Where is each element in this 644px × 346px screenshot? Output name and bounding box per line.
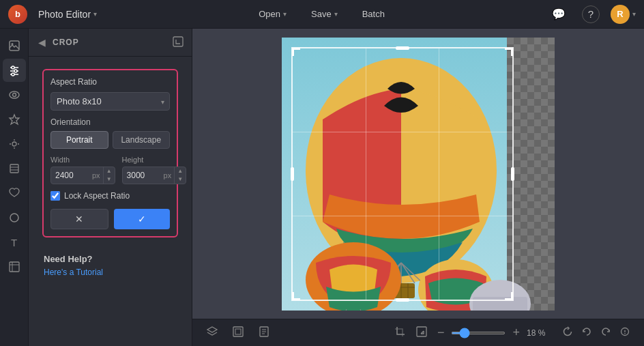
cancel-button[interactable]: ✕: [50, 209, 108, 229]
main-area: T ◀ CROP Aspect Ratio Photo 8x10 Square …: [0, 29, 644, 346]
landscape-button[interactable]: Landscape: [113, 131, 171, 149]
height-up-button[interactable]: ▲: [175, 167, 186, 175]
svg-point-57: [624, 333, 626, 334]
lock-label: Lock Aspect Ratio: [64, 191, 130, 201]
svg-point-5: [14, 70, 17, 72]
sidebar-effects-tool[interactable]: [3, 132, 26, 156]
open-button[interactable]: Open ▾: [252, 6, 293, 22]
svg-rect-23: [173, 37, 183, 46]
layers-button[interactable]: [203, 323, 221, 343]
bottombar: − + 18 %: [192, 319, 644, 346]
width-unit: px: [92, 171, 103, 179]
lock-checkbox[interactable]: [50, 191, 60, 201]
zoom-in-button[interactable]: +: [510, 324, 523, 341]
action-buttons: ✕ ✓: [50, 209, 170, 229]
sidebar-layers-tool[interactable]: [3, 157, 26, 180]
sidebar-shapes-tool[interactable]: [3, 206, 26, 229]
width-down-button[interactable]: ▼: [104, 175, 115, 184]
svg-rect-49: [235, 329, 241, 334]
help-button[interactable]: ?: [582, 5, 600, 23]
app-name[interactable]: Photo Editor ▾: [38, 9, 97, 20]
sidebar-favorites-tool[interactable]: [3, 182, 26, 205]
svg-point-8: [10, 91, 19, 98]
panel-header: ◀ CROP: [29, 29, 192, 57]
svg-rect-16: [10, 164, 18, 173]
orientation-buttons: Portrait Landscape: [50, 131, 170, 149]
zoom-out-button[interactable]: −: [435, 324, 448, 341]
svg-rect-20: [10, 262, 19, 272]
resize-button[interactable]: [413, 323, 430, 343]
svg-marker-10: [10, 115, 19, 124]
svg-point-9: [12, 93, 16, 97]
sidebar-edit-tool[interactable]: [3, 255, 26, 278]
save-button[interactable]: Save ▾: [304, 6, 345, 22]
width-input[interactable]: [51, 168, 92, 183]
avatar: R: [611, 5, 630, 24]
sidebar-text-tool[interactable]: T: [3, 231, 26, 254]
width-group: Width px ▲ ▼: [50, 156, 115, 184]
more-button[interactable]: [617, 323, 633, 342]
height-input-wrap: px ▲ ▼: [122, 167, 187, 184]
zoom-value: 18 %: [527, 328, 551, 338]
crop-tool-button[interactable]: [391, 323, 409, 343]
topbar: b Photo Editor ▾ Open ▾ Save ▾ Batch 💬 ?…: [0, 0, 644, 29]
help-section: Need Help? Here's a Tutorial: [35, 244, 185, 287]
comment-button[interactable]: 💬: [546, 5, 571, 23]
aspect-ratio-label: Aspect Ratio: [50, 77, 170, 87]
portrait-button[interactable]: Portrait: [50, 131, 108, 149]
sidebar-view-tool[interactable]: [3, 83, 26, 106]
width-label: Width: [50, 156, 115, 164]
zoom-controls: − + 18 %: [391, 323, 551, 343]
svg-point-11: [12, 142, 16, 146]
height-input[interactable]: [123, 168, 164, 183]
redo-button[interactable]: [598, 323, 614, 342]
batch-button[interactable]: Batch: [355, 6, 392, 22]
canvas-area: − + 18 %: [192, 29, 644, 346]
undo-button[interactable]: [579, 323, 595, 342]
width-stepper: ▲ ▼: [103, 167, 115, 184]
width-input-wrap: px ▲ ▼: [50, 167, 115, 184]
dimensions-row: Width px ▲ ▼ Height: [50, 156, 170, 184]
height-stepper: ▲ ▼: [174, 167, 186, 184]
height-label: Height: [122, 156, 187, 164]
width-up-button[interactable]: ▲: [104, 167, 115, 175]
history-buttons: [559, 323, 633, 342]
sidebar-image-tool[interactable]: [3, 34, 26, 57]
orientation-label: Orientation: [50, 117, 170, 127]
help-title: Need Help?: [44, 254, 177, 264]
panel-title: CROP: [53, 38, 167, 47]
tutorial-link[interactable]: Here's a Tutorial: [44, 268, 103, 277]
svg-rect-47: [473, 297, 527, 311]
panel-back-button[interactable]: ◀: [37, 35, 47, 49]
aspect-ratio-select-wrap: Photo 8x10 Square 1x1 4x3 16x9 Custom ▾: [50, 92, 170, 111]
svg-rect-48: [233, 327, 243, 336]
side-panel: ◀ CROP Aspect Ratio Photo 8x10 Square 1x…: [29, 29, 192, 346]
height-unit: px: [164, 171, 175, 179]
lock-row: Lock Aspect Ratio: [50, 191, 170, 201]
svg-point-19: [10, 214, 18, 222]
panel-expand-button[interactable]: [173, 36, 184, 49]
pages-button[interactable]: [255, 323, 273, 343]
svg-rect-29: [507, 38, 555, 311]
confirm-button[interactable]: ✓: [114, 209, 171, 229]
height-group: Height px ▲ ▼: [122, 156, 187, 184]
app-logo: b: [8, 5, 27, 24]
aspect-ratio-select[interactable]: Photo 8x10 Square 1x1 4x3 16x9 Custom: [50, 92, 170, 111]
aspect-ratio-section: Aspect Ratio Photo 8x10 Square 1x1 4x3 1…: [42, 69, 178, 237]
svg-point-7: [12, 73, 14, 76]
canvas-image[interactable]: [282, 38, 555, 311]
app-name-chevron: ▾: [93, 10, 97, 18]
canvas-wrap[interactable]: [192, 29, 644, 319]
zoom-slider[interactable]: [451, 332, 506, 334]
sidebar-star-tool[interactable]: [3, 108, 26, 131]
avatar-menu[interactable]: R ▾: [611, 5, 636, 24]
rotate-button[interactable]: [559, 323, 576, 342]
svg-rect-54: [417, 327, 426, 336]
frames-button[interactable]: [229, 323, 247, 343]
sidebar-adjust-tool[interactable]: [3, 59, 26, 82]
icon-sidebar: T: [0, 29, 29, 346]
svg-point-3: [12, 66, 14, 69]
height-down-button[interactable]: ▼: [175, 175, 186, 184]
